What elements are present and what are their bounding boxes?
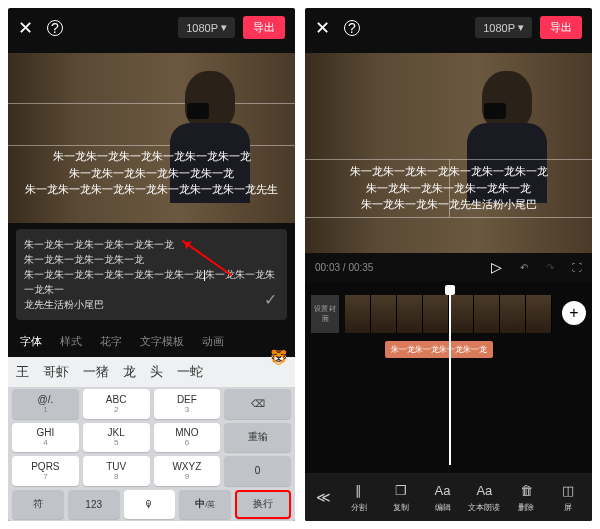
tab-font[interactable]: 字体 [20,334,42,349]
key-def[interactable]: DEF3 [154,389,221,419]
tab-flower[interactable]: 花字 [100,334,122,349]
cover-button[interactable]: 设置 封面 [311,295,339,333]
back-icon[interactable]: ≪ [309,481,337,513]
key-ghi[interactable]: GHI4 [12,423,79,453]
key-jkl[interactable]: JKL5 [83,423,150,453]
playback-bar: 00:03 / 00:35 ▷ ↶ ↷ ⛶ [305,253,592,281]
chevron-down-icon: ▾ [518,21,524,34]
tool-screen[interactable]: ◫屏 [548,481,588,513]
key-zero[interactable]: 0 [224,456,291,486]
playhead[interactable] [449,289,451,465]
close-icon[interactable]: ✕ [18,17,33,39]
key-enter[interactable]: 换行 [235,490,291,520]
text-tabs: 字体 样式 花字 文字模板 动画 [8,326,295,357]
tool-delete[interactable]: 🗑删除 [506,481,546,513]
key-at[interactable]: @/.1 [12,389,79,419]
tab-template[interactable]: 文字模板 [140,334,184,349]
candidate[interactable]: 一蛇 [177,363,203,381]
text-track-clip[interactable]: 朱一龙朱一龙朱一龙朱一龙 [385,341,493,358]
key-mic[interactable]: 🎙 [124,490,176,520]
key-pqrs[interactable]: PQRS7 [12,456,79,486]
help-icon[interactable]: ? [344,20,360,36]
key-abc[interactable]: ABC2 [83,389,150,419]
fullscreen-icon[interactable]: ⛶ [572,262,582,273]
export-button[interactable]: 导出 [540,16,582,39]
key-backspace[interactable]: ⌫ [224,389,291,419]
key-wxyz[interactable]: WXYZ9 [154,456,221,486]
candidate[interactable]: 一猪 [83,363,109,381]
redo-icon[interactable]: ↷ [546,262,554,273]
topbar: ✕ ? 1080P ▾ 导出 [305,8,592,47]
key-tuv[interactable]: TUV8 [83,456,150,486]
resolution-button[interactable]: 1080P ▾ [475,17,532,38]
key-lang[interactable]: 中/英 [179,490,231,520]
video-preview: 朱一龙朱一龙朱一龙朱一龙朱一龙朱一龙 朱一龙朱一龙朱一龙朱一龙朱一龙 朱一龙朱一… [8,53,295,223]
play-icon[interactable]: ▷ [491,259,502,275]
tool-read[interactable]: Aa文本朗读 [464,481,504,513]
time-total: 00:35 [348,262,373,273]
confirm-check-icon[interactable]: ✓ [264,288,277,312]
time-current: 00:03 [315,262,340,273]
topbar: ✕ ? 1080P ▾ 导出 [8,8,295,47]
tool-edit[interactable]: Aa编辑 [423,481,463,513]
tab-style[interactable]: 样式 [60,334,82,349]
candidate[interactable]: 头 [150,363,163,381]
candidate-bar: 王 哥虾 一猪 龙 头 一蛇 🐯 [8,357,295,387]
chevron-down-icon: ▾ [221,21,227,34]
text-input-box[interactable]: 朱一龙朱一龙朱一龙朱一龙朱一龙 朱一龙朱一龙朱一龙朱一龙 朱一龙朱一龙朱一龙朱一… [16,229,287,320]
key-mno[interactable]: MNO6 [154,423,221,453]
export-button[interactable]: 导出 [243,16,285,39]
video-preview: 朱一龙朱一龙朱一龙朱一龙朱一龙朱一龙 朱一龙朱一龙朱一龙朱一龙朱一龙 朱一龙朱一… [305,53,592,253]
undo-icon[interactable]: ↶ [520,262,528,273]
resolution-button[interactable]: 1080P ▾ [178,17,235,38]
emoji-icon[interactable]: 🐯 [270,349,287,365]
tool-copy[interactable]: ❐复制 [381,481,421,513]
tab-anim[interactable]: 动画 [202,334,224,349]
key-number[interactable]: 123 [68,490,120,520]
close-icon[interactable]: ✕ [315,17,330,39]
candidate[interactable]: 哥虾 [43,363,69,381]
key-redo[interactable]: 重输 [224,423,291,453]
timeline[interactable]: 设置 封面 + 朱一龙朱一龙朱一龙朱一龙 [305,281,592,473]
help-icon[interactable]: ? [47,20,63,36]
keyboard: 王 哥虾 一猪 龙 头 一蛇 🐯 @/.1 ABC2 DEF3 ⌫ GHI4 J… [8,357,295,521]
add-clip-button[interactable]: + [562,301,586,325]
left-screen: ✕ ? 1080P ▾ 导出 朱一龙朱一龙朱一龙朱一龙朱一龙朱一龙 朱一龙朱一龙… [8,8,295,521]
candidate[interactable]: 龙 [123,363,136,381]
tool-split[interactable]: ∥分割 [339,481,379,513]
key-symbol[interactable]: 符 [12,490,64,520]
subtitle-overlay: 朱一龙朱一龙朱一龙朱一龙朱一龙朱一龙 朱一龙朱一龙朱一龙朱一龙朱一龙 朱一龙朱一… [8,148,295,198]
bottom-toolbar: ≪ ∥分割 ❐复制 Aa编辑 Aa文本朗读 🗑删除 ◫屏 [305,473,592,521]
right-screen: ✕ ? 1080P ▾ 导出 朱一龙朱一龙朱一龙朱一龙朱一龙朱一龙 朱一龙朱一龙… [305,8,592,521]
candidate[interactable]: 王 [16,363,29,381]
